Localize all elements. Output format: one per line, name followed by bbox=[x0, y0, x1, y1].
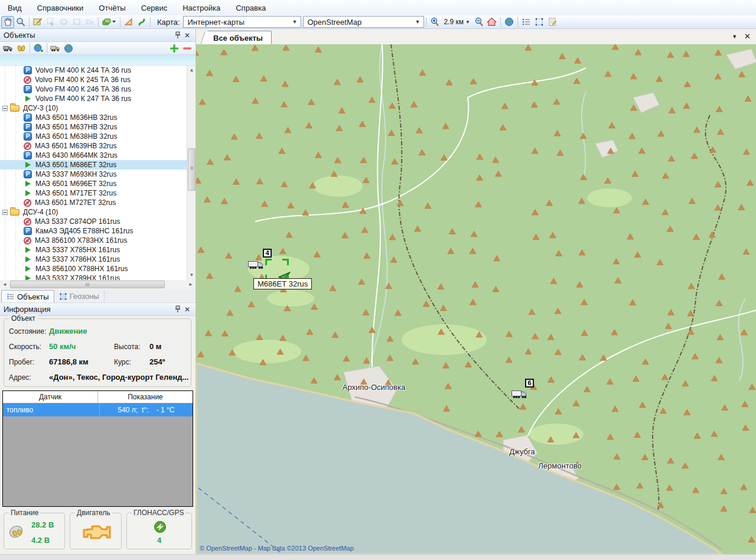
scrollbar-thumb[interactable]: III bbox=[10, 281, 165, 288]
object-list-button[interactable] bbox=[520, 16, 533, 28]
zoom-out-button[interactable] bbox=[472, 16, 485, 28]
tree-vertical-scrollbar[interactable]: ▲ ▼ bbox=[187, 66, 195, 280]
scale-selector[interactable]: 2.9 км ▼ bbox=[441, 18, 472, 26]
tree-row[interactable]: МАЗ 6501 М696ЕТ 32rus bbox=[0, 179, 195, 188]
plus-icon bbox=[170, 44, 178, 53]
tree-row[interactable]: МАЗ 5337 Х786НХ 161rus bbox=[0, 255, 195, 264]
tree-row[interactable]: МАЗ 6501 М638НВ 32rus bbox=[0, 132, 195, 141]
close-icon[interactable]: ✕ bbox=[183, 305, 192, 314]
tree-row[interactable]: Volvo FM 400 К 245 ТА 36 rus bbox=[0, 75, 195, 84]
map-center-button[interactable] bbox=[62, 42, 75, 54]
tree-row[interactable]: КамАЗ ЭД405 Е788НС 161rus bbox=[0, 226, 195, 236]
tree-row[interactable]: МАЗ 5337 Х785НХ 161rus bbox=[0, 245, 195, 255]
tree-row[interactable]: МАЗ 856100 Х783НХ 161rus bbox=[0, 236, 195, 245]
tree-row[interactable]: МАЗ 5337 Х789НХ 161rus bbox=[0, 274, 195, 280]
tree-row[interactable]: МАЗ 6501 М636НВ 32rus bbox=[0, 113, 195, 122]
pin-icon[interactable] bbox=[173, 305, 183, 314]
object-info: Объект Состояние: Движение Скорость: 50 … bbox=[0, 316, 195, 389]
menu-item-6[interactable]: Справка bbox=[228, 0, 273, 15]
ruler-button[interactable] bbox=[122, 16, 135, 28]
scroll-up-icon[interactable]: ▲ bbox=[187, 66, 196, 75]
tree-row[interactable]: Volvo FM 400 К 244 ТА 36 rus bbox=[0, 66, 195, 75]
tree-row[interactable]: ДСУ-4 (10) bbox=[0, 207, 195, 217]
notepad-icon bbox=[548, 17, 557, 27]
engine-icon bbox=[80, 522, 112, 543]
pan-tool-button[interactable] bbox=[1, 16, 14, 28]
tree-row[interactable]: МАЗ 5337 М693КН 32rus bbox=[0, 170, 195, 179]
group-title: Объект bbox=[9, 314, 38, 323]
zoom-in-button[interactable] bbox=[428, 16, 441, 28]
vehicle-marker[interactable] bbox=[511, 389, 527, 399]
sensor-row[interactable]: топливо540 л; t°: - 1 °C bbox=[3, 403, 193, 416]
close-icon[interactable]: ✕ bbox=[183, 31, 192, 40]
object-label: Volvo FM 400 К 247 ТА 36 rus bbox=[35, 95, 131, 103]
layers-button[interactable] bbox=[100, 16, 118, 28]
show-on-map-button[interactable] bbox=[32, 42, 45, 54]
tree-row[interactable]: МАЗ 6501 М637НВ 32rus bbox=[0, 122, 195, 132]
scroll-down-icon[interactable]: ▼ bbox=[187, 271, 196, 280]
geozone-icon bbox=[535, 17, 544, 27]
object-label: МАЗ 6501 М639НВ 32rus bbox=[34, 142, 117, 150]
menu-item-5[interactable]: Настройка bbox=[175, 0, 228, 15]
moving-status-icon bbox=[25, 266, 31, 272]
tree-row[interactable]: МАЗ 6501 М727ЕТ 32rus bbox=[0, 198, 195, 207]
tree-row[interactable]: Volvo FM 400 К 247 ТА 36 rus bbox=[0, 94, 195, 103]
tree-row[interactable]: МАЗ 5337 С874ОР 161rus bbox=[0, 217, 195, 226]
menu-item-3[interactable]: Отчёты bbox=[91, 0, 133, 15]
map-canvas[interactable]: © OpenStreetMap - Map data ©2013 OpenStr… bbox=[196, 44, 756, 554]
parking-status-icon bbox=[24, 132, 32, 141]
menu-item-2[interactable]: Справочники bbox=[30, 0, 92, 15]
remove-object-button[interactable] bbox=[181, 42, 194, 54]
object-filter-row[interactable] bbox=[0, 55, 195, 66]
vehicle-marker[interactable] bbox=[248, 260, 264, 270]
expander-icon[interactable] bbox=[2, 106, 8, 111]
polygon-zone-button[interactable] bbox=[83, 16, 96, 28]
show-vehicle-button[interactable] bbox=[2, 42, 15, 54]
tree-horizontal-scrollbar[interactable]: ◄ III ► bbox=[0, 280, 195, 289]
scrollbar-thumb[interactable] bbox=[188, 148, 195, 191]
sensor-name: топливо bbox=[3, 403, 100, 416]
altitude-value: 0 м bbox=[149, 342, 161, 351]
home-view-button[interactable] bbox=[485, 16, 498, 28]
engine-title: Двигатель bbox=[75, 509, 112, 517]
select-objects-button[interactable] bbox=[44, 16, 57, 28]
notes-button[interactable] bbox=[546, 16, 559, 28]
tree-row[interactable]: Volvo FM 400 К 246 ТА 36 rus bbox=[0, 84, 195, 94]
tree-row[interactable]: МАЗ 856100 Х788НХ 161rus bbox=[0, 264, 195, 274]
menu-item-1[interactable]: Вид bbox=[0, 0, 30, 15]
pin-icon[interactable] bbox=[173, 31, 183, 40]
tree-row[interactable]: МАЗ 6501 М639НВ 32rus bbox=[0, 141, 195, 151]
find-object-button[interactable] bbox=[15, 42, 28, 54]
tree-row[interactable]: МАЗ 6430 М664МК 32rus bbox=[0, 151, 195, 160]
map-layer-combobox[interactable]: OpenStreetMap ▼ bbox=[303, 16, 424, 28]
follow-vehicle-button[interactable] bbox=[49, 42, 62, 54]
tree-row[interactable]: МАЗ 6501 М686ЕТ 32rus bbox=[0, 160, 195, 170]
tree-row[interactable]: МАЗ 6501 М717ЕТ 32rus bbox=[0, 188, 195, 198]
map-tab-all-objects[interactable]: Все объекты bbox=[207, 31, 272, 44]
tab-list-dropdown-icon[interactable]: ▼ bbox=[732, 32, 737, 41]
tree-row[interactable]: ДСУ-3 (10) bbox=[0, 103, 195, 113]
course-value: 254º bbox=[149, 357, 165, 366]
map-provider-combobox[interactable]: Интернет-карты ▼ bbox=[183, 16, 301, 28]
track-button[interactable] bbox=[135, 16, 148, 28]
scroll-left-icon[interactable]: ◄ bbox=[0, 280, 9, 289]
rectangle-zone-button[interactable] bbox=[70, 16, 83, 28]
tab-label: Объекты bbox=[17, 292, 49, 301]
close-tab-icon[interactable]: ✕ bbox=[744, 32, 751, 41]
zoom-tool-button[interactable] bbox=[14, 16, 27, 28]
power-gauge: Питание 28.2 В 4.2 В bbox=[4, 513, 65, 549]
moving-status-icon bbox=[25, 256, 31, 262]
sensor-name-header: Датчик bbox=[3, 391, 98, 403]
ellipse-zone-button[interactable] bbox=[57, 16, 70, 28]
menu-item-4[interactable]: Сервис bbox=[133, 0, 175, 15]
state-label: Состояние: bbox=[9, 327, 46, 336]
speed-label: Скорость: bbox=[9, 343, 41, 351]
sidebar-tab-objects[interactable]: Объекты bbox=[1, 290, 54, 302]
geozones-button[interactable] bbox=[533, 16, 546, 28]
expander-icon[interactable] bbox=[2, 210, 8, 215]
scroll-right-icon[interactable]: ► bbox=[186, 280, 195, 289]
edit-map-button[interactable] bbox=[31, 16, 44, 28]
sidebar-tab-geozones[interactable]: Геозоны bbox=[54, 290, 105, 302]
show-all-objects-button[interactable] bbox=[503, 16, 516, 28]
add-object-button[interactable] bbox=[168, 42, 181, 54]
